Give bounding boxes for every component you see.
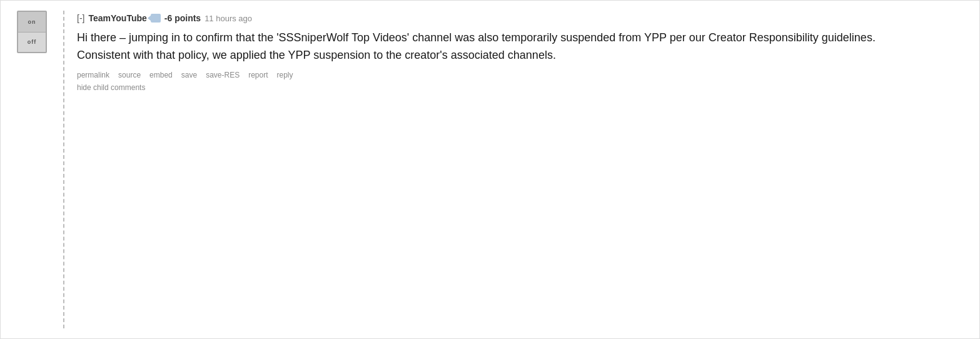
save-res-link[interactable]: save-RES xyxy=(206,71,240,79)
collapse-button[interactable]: [-] xyxy=(77,13,84,23)
comment-text: Hi there – jumping in to confirm that th… xyxy=(77,29,890,64)
vote-on-label[interactable]: on xyxy=(18,12,46,33)
score-number: -6 points xyxy=(164,13,201,23)
comment-actions: permalink source embed save save-RES rep… xyxy=(77,71,967,79)
indent-line xyxy=(63,11,64,328)
report-link[interactable]: report xyxy=(248,71,268,79)
comment-body: [-] TeamYouTube -6 points 11 hours ago H… xyxy=(77,11,967,328)
comment-header: [-] TeamYouTube -6 points 11 hours ago xyxy=(77,13,967,23)
score-value: -6 points xyxy=(164,13,201,23)
comment-container: on off [-] TeamYouTube -6 points 11 hour… xyxy=(0,0,980,339)
actions-row: permalink source embed save save-RES rep… xyxy=(77,71,967,92)
reply-link[interactable]: reply xyxy=(277,71,293,79)
hide-child-comments-link[interactable]: hide child comments xyxy=(77,83,145,92)
vote-column: on off xyxy=(13,11,51,328)
save-link[interactable]: save xyxy=(181,71,197,79)
embed-link[interactable]: embed xyxy=(149,71,173,79)
permalink-link[interactable]: permalink xyxy=(77,71,109,79)
username[interactable]: TeamYouTube xyxy=(88,13,146,23)
vote-off-label[interactable]: off xyxy=(18,33,46,53)
comment-timestamp: 11 hours ago xyxy=(205,14,252,23)
score-icon xyxy=(151,14,161,23)
vote-toggle[interactable]: on off xyxy=(17,11,47,53)
source-link[interactable]: source xyxy=(118,71,141,79)
